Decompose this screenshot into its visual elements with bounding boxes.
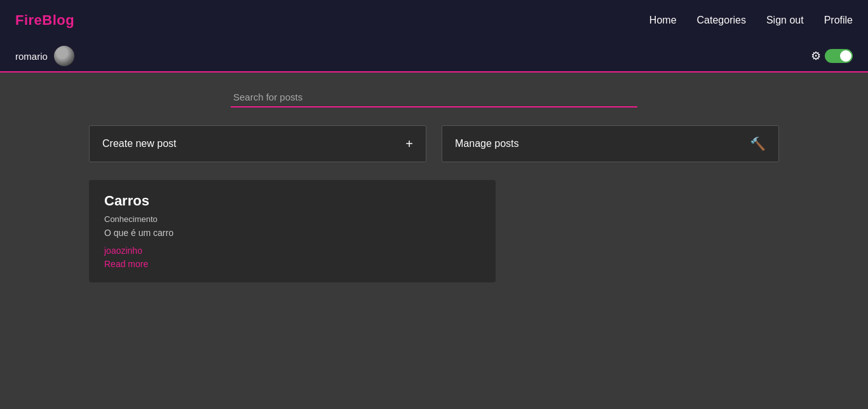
post-subtitle: O que é um carro	[104, 228, 480, 238]
post-card: Carros Conhecimento O que é um carro joa…	[89, 180, 496, 282]
user-bar: romario ⚙	[0, 41, 868, 73]
plus-icon: +	[405, 137, 413, 151]
nav-home[interactable]: Home	[649, 15, 677, 26]
create-post-label: Create new post	[102, 138, 177, 149]
gear-icon: ⚙	[811, 49, 821, 63]
nav-links: Home Categories Sign out Profile	[649, 15, 853, 26]
search-container	[89, 88, 779, 107]
brand-logo[interactable]: FireBlog	[15, 12, 74, 29]
username-label: romario	[15, 51, 48, 62]
theme-toggle-container: ⚙	[811, 49, 853, 63]
navbar: FireBlog Home Categories Sign out Profil…	[0, 0, 868, 41]
wrench-icon: 🔨	[750, 136, 766, 151]
user-info: romario	[15, 46, 74, 66]
main-content: Create new post + Manage posts 🔨 Carros …	[0, 73, 868, 298]
theme-toggle[interactable]	[825, 49, 853, 63]
toggle-knob	[840, 50, 851, 62]
nav-profile[interactable]: Profile	[824, 15, 853, 26]
search-input[interactable]	[231, 88, 637, 107]
post-title: Carros	[104, 193, 480, 209]
post-category: Conhecimento	[104, 214, 480, 224]
create-post-button[interactable]: Create new post +	[89, 125, 426, 162]
read-more-link[interactable]: Read more	[104, 259, 148, 269]
avatar	[54, 46, 74, 66]
action-buttons: Create new post + Manage posts 🔨	[89, 125, 779, 162]
nav-categories[interactable]: Categories	[697, 15, 746, 26]
manage-posts-button[interactable]: Manage posts 🔨	[442, 125, 779, 162]
nav-sign-out[interactable]: Sign out	[766, 15, 804, 26]
post-author[interactable]: joaozinho	[104, 246, 480, 256]
manage-posts-label: Manage posts	[455, 138, 519, 149]
